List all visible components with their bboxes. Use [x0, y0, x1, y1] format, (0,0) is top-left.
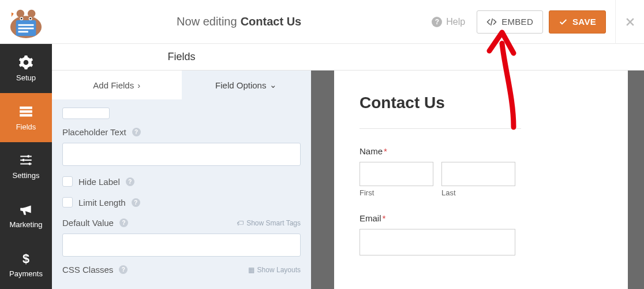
css-classes-label: CSS Classes [62, 265, 113, 275]
placeholder-label-row: Placeholder Text ? [62, 127, 301, 137]
name-inputs [360, 162, 602, 186]
close-button[interactable] [615, 0, 644, 44]
default-value-input[interactable] [62, 234, 301, 257]
svg-point-9 [21, 17, 23, 19]
show-layouts-label: Show Layouts [257, 266, 301, 274]
email-field-label: Email* [360, 213, 602, 223]
bullhorn-icon [18, 202, 33, 217]
name-field-label: Name* [360, 146, 602, 156]
svg-point-5 [17, 9, 25, 17]
svg-point-16 [28, 163, 31, 165]
topbar: Now editing Contact Us ? Help EMBED SAVE [0, 0, 644, 44]
help-icon[interactable]: ? [132, 128, 141, 136]
svg-rect-11 [20, 106, 32, 109]
tab-label: Add Fields [93, 80, 134, 90]
save-label: SAVE [572, 17, 596, 27]
show-layouts-link[interactable]: ▦ Show Layouts [248, 266, 301, 274]
svg-point-10 [29, 17, 31, 19]
topbar-actions: ? Help EMBED SAVE [426, 10, 615, 34]
limit-length-checkbox[interactable] [62, 197, 73, 208]
form-name: Contact Us [241, 15, 302, 28]
help-icon[interactable]: ? [132, 198, 140, 207]
field-size-select[interactable] [62, 108, 110, 119]
svg-rect-4 [18, 31, 28, 32]
dollar-icon: $ [18, 251, 33, 266]
save-button[interactable]: SAVE [549, 10, 606, 34]
close-icon [624, 16, 636, 28]
first-sublabel: First [360, 188, 433, 197]
svg-point-6 [28, 9, 36, 17]
panel-title: Fields [52, 44, 311, 71]
preview-header-bg [311, 44, 644, 71]
wpforms-logo [0, 0, 52, 44]
sidebar-item-fields[interactable]: Fields [0, 93, 52, 142]
help-label: Help [446, 17, 465, 27]
hide-label-row: Hide Label ? [62, 176, 301, 187]
tab-label: Field Options [215, 80, 266, 90]
help-icon[interactable]: ? [119, 218, 128, 227]
required-star: * [383, 213, 386, 223]
preview-area: Contact Us Name* First Last Email* [311, 44, 644, 289]
limit-length-row: Limit Length ? [62, 197, 301, 208]
hide-label-checkbox[interactable] [62, 176, 73, 187]
tag-icon: 🏷 [237, 219, 244, 227]
email-input[interactable] [360, 229, 515, 255]
name-sublabels: First Last [360, 188, 602, 197]
sidebar-item-payments[interactable]: $ Payments [0, 240, 52, 289]
gear-icon [18, 55, 33, 70]
default-value-row: Default Value ? 🏷 Show Smart Tags [62, 218, 301, 228]
chevron-down-icon: ⌄ [269, 80, 277, 90]
sidebar: Setup Fields Settings Marketing $ Paymen… [0, 44, 52, 289]
panel: Fields Add Fields › Field Options ⌄ Plac… [52, 44, 311, 289]
sidebar-item-label: Fields [16, 123, 36, 131]
sidebar-item-settings[interactable]: Settings [0, 142, 52, 191]
hide-label-text: Hide Label [78, 177, 120, 187]
editing-title: Now editing Contact Us [52, 15, 426, 28]
svg-rect-13 [20, 114, 32, 116]
help-link[interactable]: ? Help [426, 17, 471, 27]
smart-tags-link[interactable]: 🏷 Show Smart Tags [237, 219, 301, 227]
divider [360, 128, 521, 129]
sidebar-item-marketing[interactable]: Marketing [0, 191, 52, 240]
sidebar-item-setup[interactable]: Setup [0, 44, 52, 93]
smart-tags-label: Show Smart Tags [246, 219, 301, 227]
css-classes-row: CSS Classes ? ▦ Show Layouts [62, 265, 301, 275]
default-value-label: Default Value [62, 218, 114, 228]
sidebar-item-label: Settings [13, 171, 40, 180]
sidebar-item-label: Marketing [9, 220, 42, 229]
placeholder-input[interactable] [62, 143, 301, 166]
form-title: Contact Us [360, 94, 602, 112]
form-preview: Contact Us Name* First Last Email* [334, 71, 628, 289]
panel-tabs: Add Fields › Field Options ⌄ [52, 71, 311, 99]
help-icon: ? [432, 17, 442, 27]
help-icon[interactable]: ? [119, 265, 128, 274]
svg-rect-3 [18, 27, 33, 29]
required-star: * [384, 146, 387, 156]
panel-body: Placeholder Text ? Hide Label ? Limit Le… [52, 99, 311, 289]
svg-point-15 [23, 159, 25, 161]
svg-rect-2 [18, 24, 33, 25]
svg-text:$: $ [23, 251, 29, 266]
embed-label: EMBED [501, 17, 533, 27]
list-icon [18, 104, 33, 119]
svg-rect-12 [20, 110, 32, 113]
limit-length-text: Limit Length [78, 198, 126, 208]
editing-prefix: Now editing [177, 15, 237, 28]
sidebar-item-label: Payments [9, 269, 43, 278]
last-sublabel: Last [441, 188, 515, 197]
last-name-input[interactable] [441, 162, 515, 186]
svg-point-14 [27, 155, 29, 158]
placeholder-label: Placeholder Text [62, 127, 126, 137]
sliders-icon [18, 153, 33, 168]
tab-field-options[interactable]: Field Options ⌄ [182, 71, 312, 99]
code-icon [486, 17, 497, 27]
check-icon [559, 17, 568, 27]
chevron-right-icon: › [137, 80, 140, 90]
grid-icon: ▦ [248, 266, 254, 274]
first-name-input[interactable] [360, 162, 433, 186]
help-icon[interactable]: ? [126, 177, 134, 186]
embed-button[interactable]: EMBED [477, 10, 543, 34]
tab-add-fields[interactable]: Add Fields › [52, 71, 182, 99]
main-layout: Setup Fields Settings Marketing $ Paymen… [0, 44, 644, 289]
sidebar-item-label: Setup [16, 73, 36, 82]
